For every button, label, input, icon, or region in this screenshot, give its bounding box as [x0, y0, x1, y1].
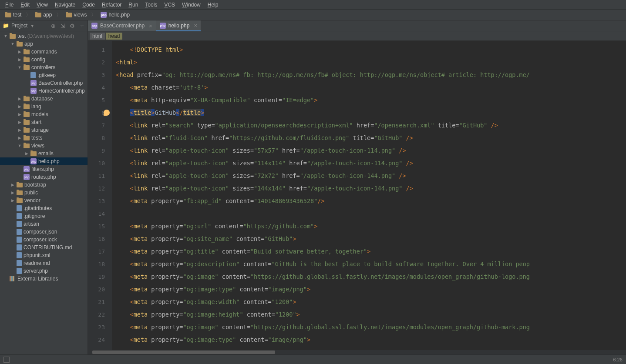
- code-line[interactable]: <meta charset='utf-8'>: [116, 81, 623, 94]
- tree-item-BaseController.php[interactable]: BaseController.php: [0, 79, 88, 87]
- tree-item-vendor[interactable]: vendor: [0, 197, 88, 204]
- tree-item-start[interactable]: start: [0, 118, 88, 126]
- tab-hello.php[interactable]: hello.php×: [156, 20, 201, 31]
- tree-arrow-icon[interactable]: [10, 42, 15, 46]
- tree-arrow-icon[interactable]: [17, 65, 22, 70]
- code-line[interactable]: <meta http-equiv="X-UA-Compatible" conte…: [116, 94, 623, 107]
- code-line[interactable]: <link rel="apple-touch-icon" sizes="57x5…: [116, 144, 623, 157]
- tree-item-.gitignore[interactable]: .gitignore: [0, 212, 88, 220]
- code-line[interactable]: <meta property="og:image:type" content="…: [116, 283, 623, 296]
- settings-icon[interactable]: ⚙: [69, 23, 75, 29]
- code-line[interactable]: <meta property="og:site_name" content="G…: [116, 233, 623, 245]
- menu-tools[interactable]: Tools: [141, 1, 161, 9]
- close-icon[interactable]: ×: [194, 22, 197, 29]
- code-line[interactable]: <link rel="apple-touch-icon" sizes="114x…: [116, 157, 623, 170]
- menu-file[interactable]: File: [2, 1, 17, 9]
- tree-item-CONTRIBUTING.md[interactable]: CONTRIBUTING.md: [0, 244, 88, 251]
- tree-item-test[interactable]: test (D:\wamp\www\test): [0, 32, 88, 40]
- menu-window[interactable]: Window: [178, 1, 204, 9]
- tree-arrow-icon[interactable]: [17, 112, 22, 117]
- tree-item-bootstrap[interactable]: bootstrap: [0, 181, 88, 189]
- code-editor[interactable]: <!DOCTYPE html><html><head prefix="og: h…: [112, 41, 626, 350]
- tree-arrow-icon[interactable]: [17, 50, 22, 54]
- code-line[interactable]: <meta property="og:image:width" content=…: [116, 296, 623, 308]
- tree-item-app[interactable]: app: [0, 40, 88, 48]
- tree-item-readme.md[interactable]: readme.md: [0, 259, 88, 267]
- code-line[interactable]: <link rel="fluid-icon" href="https://git…: [116, 132, 623, 144]
- tree-arrow-icon[interactable]: [17, 97, 22, 101]
- tree-item-commands[interactable]: commands: [0, 48, 88, 56]
- menu-code[interactable]: Code: [79, 1, 98, 9]
- tree-arrow-icon[interactable]: [17, 104, 22, 109]
- menu-navigate[interactable]: Navigate: [51, 1, 79, 9]
- menu-run[interactable]: Run: [125, 1, 141, 9]
- menu-vcs[interactable]: VCS: [161, 1, 178, 9]
- tree-item-composer.json[interactable]: composer.json: [0, 228, 88, 236]
- code-line[interactable]: <head prefix="og: http://ogp.me/ns# fb: …: [116, 69, 623, 81]
- autoscroll-icon[interactable]: ⊕: [50, 23, 56, 29]
- code-line[interactable]: <meta property="og:image" content="https…: [116, 270, 623, 283]
- crumb-head[interactable]: head: [106, 33, 123, 40]
- code-line[interactable]: <title>GitHub</title>: [116, 107, 623, 119]
- code-line[interactable]: <meta property="og:image:type" content="…: [116, 334, 623, 346]
- tab-BaseController.php[interactable]: BaseController.php×: [88, 20, 156, 31]
- tree-arrow-icon[interactable]: [10, 198, 15, 203]
- close-icon[interactable]: ×: [149, 23, 152, 29]
- tree-arrow-icon[interactable]: [17, 120, 22, 124]
- tree-arrow-icon[interactable]: [17, 128, 22, 132]
- tree-arrow-icon[interactable]: [17, 136, 22, 140]
- code-line[interactable]: <meta property="og:description" content=…: [116, 258, 623, 270]
- code-line[interactable]: <meta property="og:title" content="Build…: [116, 245, 623, 258]
- code-line[interactable]: <link rel="apple-touch-icon" sizes="144x…: [116, 182, 623, 195]
- breadcrumb-app[interactable]: app: [34, 11, 54, 19]
- tree-arrow-icon[interactable]: [10, 190, 15, 195]
- tree-item-.gitattributes[interactable]: .gitattributes: [0, 204, 88, 212]
- tree-item-HomeController.php[interactable]: HomeController.php: [0, 87, 88, 95]
- code-line[interactable]: <link rel="apple-touch-icon" sizes="72x7…: [116, 170, 623, 182]
- tree-item-filters.php[interactable]: filters.php: [0, 165, 88, 173]
- tree-item-server.php[interactable]: server.php: [0, 267, 88, 275]
- horizontal-scrollbar[interactable]: [88, 350, 626, 354]
- code-line[interactable]: <meta property="fb:app_id" content="1401…: [116, 195, 623, 207]
- menu-refactor[interactable]: Refactor: [98, 1, 125, 9]
- code-line[interactable]: <!DOCTYPE html>: [116, 43, 623, 56]
- tree-arrow-icon[interactable]: [3, 34, 8, 38]
- tree-arrow-icon[interactable]: [17, 57, 22, 62]
- tree-arrow-icon[interactable]: [17, 144, 22, 148]
- code-line[interactable]: <meta property="og:image" content="https…: [116, 321, 623, 334]
- code-line[interactable]: <html>: [116, 56, 623, 69]
- scrollbar-thumb[interactable]: [92, 351, 275, 354]
- tree-item-artisan[interactable]: artisan: [0, 220, 88, 228]
- tree-item-public[interactable]: public: [0, 189, 88, 197]
- tree-item-External Libraries[interactable]: External Libraries: [0, 275, 88, 283]
- breadcrumb-hello.php[interactable]: hello.php: [99, 11, 131, 19]
- tree-item-storage[interactable]: storage: [0, 126, 88, 134]
- collapse-icon[interactable]: ⇲: [60, 23, 66, 29]
- crumb-html[interactable]: html: [90, 33, 105, 40]
- tree-arrow-icon[interactable]: [10, 183, 15, 187]
- tree-item-composer.lock[interactable]: composer.lock: [0, 236, 88, 244]
- tree-item-controllers[interactable]: controllers: [0, 63, 88, 71]
- code-line[interactable]: <meta property="og:image:height" content…: [116, 308, 623, 321]
- intention-bulb-icon[interactable]: [104, 110, 110, 116]
- statusbar-icon[interactable]: [3, 357, 10, 363]
- tree-item-models[interactable]: models: [0, 110, 88, 118]
- tree-item-tests[interactable]: tests: [0, 134, 88, 142]
- code-line[interactable]: <link rel="search" type="application/ope…: [116, 119, 623, 132]
- menu-help[interactable]: Help: [204, 1, 222, 9]
- menu-view[interactable]: View: [33, 1, 51, 9]
- tree-arrow-icon[interactable]: [24, 151, 29, 156]
- breadcrumb-test[interactable]: test: [3, 11, 23, 19]
- tree-item-config[interactable]: config: [0, 56, 88, 63]
- tree-item-phpunit.xml[interactable]: phpunit.xml: [0, 251, 88, 259]
- code-line[interactable]: <meta property="og:url" content="https:/…: [116, 220, 623, 233]
- code-area[interactable]: 123456789101112131415161718192021222324 …: [88, 41, 626, 350]
- breadcrumb-views[interactable]: views: [64, 11, 88, 19]
- tree-item-emails[interactable]: emails: [0, 150, 88, 157]
- tree-item-hello.php[interactable]: hello.php: [0, 157, 88, 165]
- project-tree[interactable]: test (D:\wamp\www\test)appcommandsconfig…: [0, 31, 88, 354]
- tree-item-.gitkeep[interactable]: .gitkeep: [0, 71, 88, 79]
- code-line[interactable]: [116, 207, 623, 220]
- tree-item-views[interactable]: views: [0, 142, 88, 150]
- menu-edit[interactable]: Edit: [17, 1, 33, 9]
